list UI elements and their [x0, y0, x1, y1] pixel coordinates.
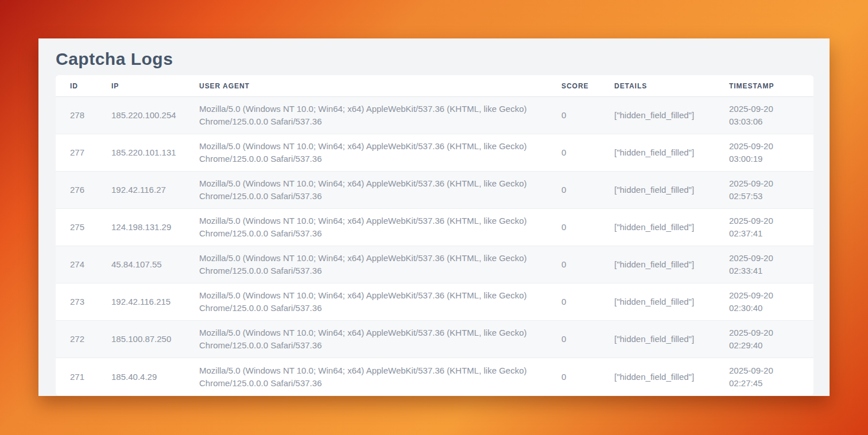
cell-score: 0 [547, 209, 600, 246]
cell-details: ["hidden_field_filled"] [600, 97, 715, 134]
cell-user-agent: Mozilla/5.0 (Windows NT 10.0; Win64; x64… [185, 358, 547, 395]
cell-ip: 185.100.87.250 [97, 321, 185, 358]
cell-ip: 192.42.116.27 [97, 172, 185, 209]
cell-id: 273 [56, 283, 97, 321]
table-row: 276 192.42.116.27 Mozilla/5.0 (Windows N… [56, 172, 813, 209]
column-header-timestamp: TIMESTAMP [715, 75, 813, 97]
table-row: 277 185.220.101.131 Mozilla/5.0 (Windows… [56, 134, 813, 172]
cell-timestamp: 2025-09-20 02:57:53 [715, 172, 813, 209]
page-title: Captcha Logs [56, 50, 812, 68]
table-row: 274 45.84.107.55 Mozilla/5.0 (Windows NT… [56, 246, 813, 283]
cell-timestamp: 2025-09-20 02:33:41 [715, 246, 813, 283]
cell-user-agent: Mozilla/5.0 (Windows NT 10.0; Win64; x64… [185, 97, 547, 134]
cell-user-agent: Mozilla/5.0 (Windows NT 10.0; Win64; x64… [185, 172, 547, 209]
table-header: ID IP USER AGENT SCORE DETAILS TIMESTAMP [56, 75, 813, 97]
cell-id: 275 [56, 209, 97, 246]
cell-score: 0 [547, 97, 600, 134]
cell-details: ["hidden_field_filled"] [600, 246, 715, 283]
cell-ip: 124.198.131.29 [97, 209, 185, 246]
column-header-id: ID [56, 75, 97, 97]
cell-user-agent: Mozilla/5.0 (Windows NT 10.0; Win64; x64… [185, 321, 547, 358]
captcha-logs-card: Captcha Logs ID IP USER AGENT SCORE DETA… [38, 38, 830, 396]
column-header-ip: IP [97, 75, 185, 97]
table-row: 273 192.42.116.215 Mozilla/5.0 (Windows … [56, 283, 813, 321]
cell-score: 0 [547, 283, 600, 321]
cell-timestamp: 2025-09-20 03:03:06 [715, 97, 813, 134]
table-body: 278 185.220.100.254 Mozilla/5.0 (Windows… [56, 97, 813, 395]
cell-score: 0 [547, 134, 600, 172]
cell-user-agent: Mozilla/5.0 (Windows NT 10.0; Win64; x64… [185, 209, 547, 246]
column-header-details: DETAILS [600, 75, 715, 97]
cell-id: 277 [56, 134, 97, 172]
table-row: 272 185.100.87.250 Mozilla/5.0 (Windows … [56, 321, 813, 358]
cell-id: 274 [56, 246, 97, 283]
cell-timestamp: 2025-09-20 03:00:19 [715, 134, 813, 172]
cell-timestamp: 2025-09-20 02:29:40 [715, 321, 813, 358]
cell-details: ["hidden_field_filled"] [600, 134, 715, 172]
cell-timestamp: 2025-09-20 02:37:41 [715, 209, 813, 246]
cell-details: ["hidden_field_filled"] [600, 358, 715, 395]
cell-details: ["hidden_field_filled"] [600, 172, 715, 209]
cell-id: 272 [56, 321, 97, 358]
cell-user-agent: Mozilla/5.0 (Windows NT 10.0; Win64; x64… [185, 246, 547, 283]
column-header-user-agent: USER AGENT [185, 75, 547, 97]
cell-ip: 185.220.100.254 [97, 97, 185, 134]
cell-score: 0 [547, 358, 600, 395]
cell-details: ["hidden_field_filled"] [600, 321, 715, 358]
cell-id: 271 [56, 358, 97, 395]
captcha-logs-table: ID IP USER AGENT SCORE DETAILS TIMESTAMP… [56, 75, 813, 395]
table-row: 275 124.198.131.29 Mozilla/5.0 (Windows … [56, 209, 813, 246]
table-row: 278 185.220.100.254 Mozilla/5.0 (Windows… [56, 97, 813, 134]
cell-ip: 45.84.107.55 [97, 246, 185, 283]
cell-score: 0 [547, 246, 600, 283]
cell-ip: 192.42.116.215 [97, 283, 185, 321]
cell-id: 278 [56, 97, 97, 134]
table-row: 271 185.40.4.29 Mozilla/5.0 (Windows NT … [56, 358, 813, 395]
cell-id: 276 [56, 172, 97, 209]
cell-score: 0 [547, 172, 600, 209]
cell-details: ["hidden_field_filled"] [600, 283, 715, 321]
cell-ip: 185.220.101.131 [97, 134, 185, 172]
cell-details: ["hidden_field_filled"] [600, 209, 715, 246]
column-header-score: SCORE [547, 75, 600, 97]
cell-timestamp: 2025-09-20 02:27:45 [715, 358, 813, 395]
cell-ip: 185.40.4.29 [97, 358, 185, 395]
cell-score: 0 [547, 321, 600, 358]
cell-user-agent: Mozilla/5.0 (Windows NT 10.0; Win64; x64… [185, 283, 547, 321]
cell-timestamp: 2025-09-20 02:30:40 [715, 283, 813, 321]
cell-user-agent: Mozilla/5.0 (Windows NT 10.0; Win64; x64… [185, 134, 547, 172]
